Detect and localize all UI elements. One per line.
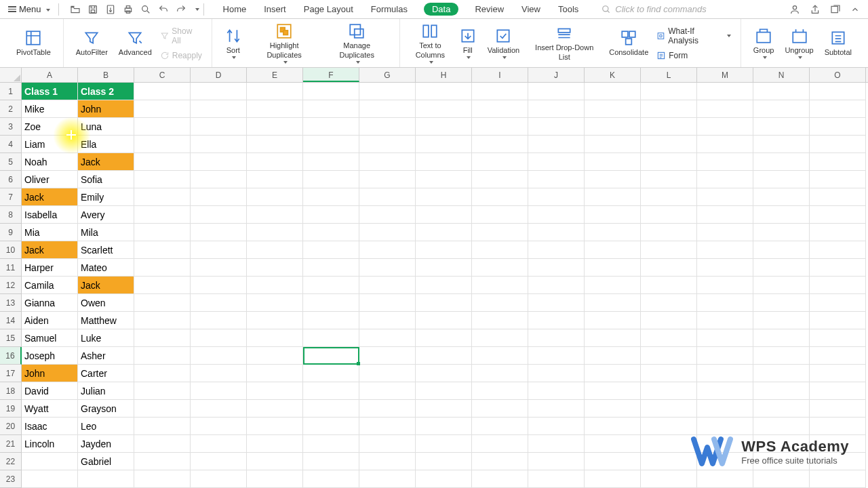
cell-G20[interactable] (359, 418, 416, 435)
cell-B20[interactable]: Leo (78, 418, 134, 435)
highlight-duplicates-button[interactable]: Highlight Duplicates (248, 20, 321, 66)
cell-C17[interactable] (134, 365, 191, 382)
cell-N8[interactable] (753, 206, 810, 224)
cell-O16[interactable] (810, 347, 866, 365)
cell-O2[interactable] (810, 100, 866, 118)
tab-insert[interactable]: Insert (262, 3, 288, 16)
cell-G16[interactable] (359, 347, 416, 365)
pivottable-button[interactable]: PivotTable (11, 26, 56, 60)
cell-M18[interactable] (697, 382, 753, 400)
show-all-button[interactable]: Show All (157, 25, 205, 47)
cell-O20[interactable] (810, 418, 866, 435)
cell-M3[interactable] (697, 118, 753, 136)
column-header-O[interactable]: O (810, 68, 866, 82)
cell-M14[interactable] (697, 312, 753, 329)
cell-F6[interactable] (303, 171, 359, 188)
cell-D3[interactable] (191, 118, 247, 136)
text-to-columns-button[interactable]: Text to Columns (407, 20, 454, 66)
cell-E17[interactable] (247, 365, 303, 382)
cell-H22[interactable] (416, 453, 472, 470)
cell-C5[interactable] (134, 153, 191, 171)
cell-K17[interactable] (585, 365, 641, 382)
cell-M9[interactable] (697, 224, 753, 241)
cell-J14[interactable] (528, 312, 585, 329)
row-header-4[interactable]: 4 (0, 136, 22, 153)
cell-G15[interactable] (359, 329, 416, 347)
tab-tools[interactable]: Tools (557, 3, 580, 16)
cell-B3[interactable]: Luna (78, 118, 134, 136)
cell-H18[interactable] (416, 382, 472, 400)
cell-D6[interactable] (191, 171, 247, 188)
share-icon[interactable] (810, 4, 821, 15)
cell-F3[interactable] (303, 118, 359, 136)
cell-L6[interactable] (641, 171, 697, 188)
cell-M23[interactable] (697, 470, 753, 488)
cell-K6[interactable] (585, 171, 641, 188)
consolidate-button[interactable]: Consolidate (604, 26, 654, 60)
row-header-21[interactable]: 21 (0, 435, 22, 453)
cell-K15[interactable] (585, 329, 641, 347)
cell-L20[interactable] (641, 418, 697, 435)
cell-D10[interactable] (191, 241, 247, 259)
cell-N16[interactable] (753, 347, 810, 365)
cell-J4[interactable] (528, 136, 585, 153)
cell-D9[interactable] (191, 224, 247, 241)
cell-D4[interactable] (191, 136, 247, 153)
cell-A23[interactable] (22, 470, 78, 488)
cell-K11[interactable] (585, 259, 641, 277)
column-header-B[interactable]: B (78, 68, 134, 82)
cell-K13[interactable] (585, 294, 641, 312)
cell-O7[interactable] (810, 188, 866, 206)
print-preview-icon[interactable] (140, 4, 151, 15)
cell-H12[interactable] (416, 277, 472, 294)
cell-D18[interactable] (191, 382, 247, 400)
cell-I12[interactable] (472, 277, 528, 294)
cell-C22[interactable] (134, 453, 191, 470)
cell-C19[interactable] (134, 400, 191, 418)
cell-F19[interactable] (303, 400, 359, 418)
validation-button[interactable]: Validation (482, 24, 526, 62)
cell-N19[interactable] (753, 400, 810, 418)
cell-K21[interactable] (585, 435, 641, 453)
cell-G5[interactable] (359, 153, 416, 171)
column-header-N[interactable]: N (753, 68, 810, 82)
cell-A10[interactable]: Jack (22, 241, 78, 259)
cell-E20[interactable] (247, 418, 303, 435)
cell-A20[interactable]: Isaac (22, 418, 78, 435)
cell-J5[interactable] (528, 153, 585, 171)
cell-A21[interactable]: Lincoln (22, 435, 78, 453)
cell-L15[interactable] (641, 329, 697, 347)
cell-O13[interactable] (810, 294, 866, 312)
column-header-C[interactable]: C (134, 68, 191, 82)
group-button[interactable]: Group (748, 24, 780, 62)
cell-B7[interactable]: Emily (78, 188, 134, 206)
cell-G4[interactable] (359, 136, 416, 153)
cell-G22[interactable] (359, 453, 416, 470)
cell-I18[interactable] (472, 382, 528, 400)
cell-B21[interactable]: Jayden (78, 435, 134, 453)
cell-L21[interactable] (641, 435, 697, 453)
undo-icon[interactable] (158, 4, 169, 15)
cell-O17[interactable] (810, 365, 866, 382)
cell-G8[interactable] (359, 206, 416, 224)
cell-F18[interactable] (303, 382, 359, 400)
cell-O8[interactable] (810, 206, 866, 224)
cell-J21[interactable] (528, 435, 585, 453)
cell-F21[interactable] (303, 435, 359, 453)
insert-dropdown-button[interactable]: Insert Drop-Down List (525, 22, 604, 64)
cell-D7[interactable] (191, 188, 247, 206)
cell-A3[interactable]: Zoe (22, 118, 78, 136)
cell-O3[interactable] (810, 118, 866, 136)
cell-N2[interactable] (753, 100, 810, 118)
cell-H5[interactable] (416, 153, 472, 171)
cell-N6[interactable] (753, 171, 810, 188)
spreadsheet-grid[interactable]: ABCDEFGHIJKLMNO 1Class 1Class 22MikeJohn… (0, 68, 868, 488)
cell-L3[interactable] (641, 118, 697, 136)
cell-N3[interactable] (753, 118, 810, 136)
row-header-16[interactable]: 16 (0, 347, 22, 365)
cell-L8[interactable] (641, 206, 697, 224)
row-header-13[interactable]: 13 (0, 294, 22, 312)
qat-more-icon[interactable] (193, 3, 199, 16)
cell-F12[interactable] (303, 277, 359, 294)
cell-A1[interactable]: Class 1 (22, 83, 78, 100)
